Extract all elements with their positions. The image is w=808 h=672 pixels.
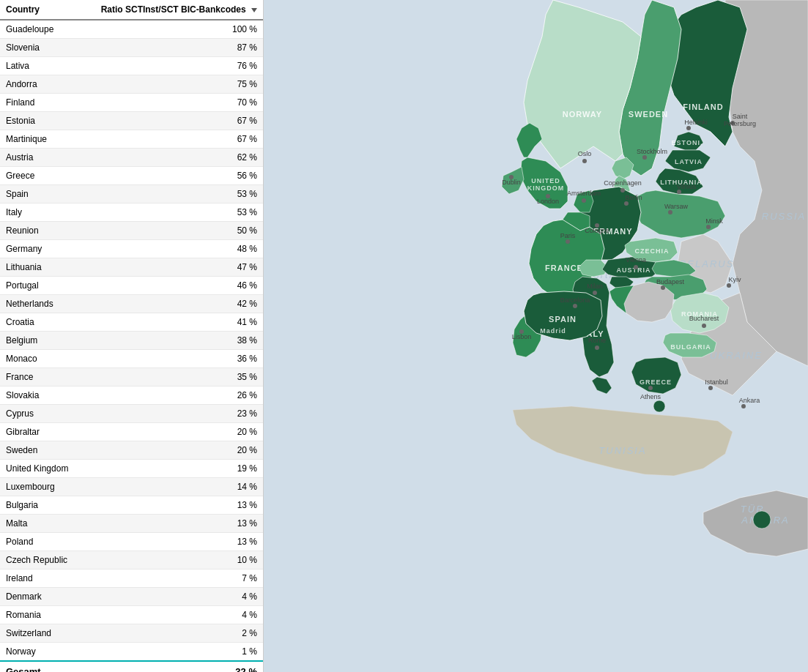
ratio-cell: 76 % bbox=[81, 57, 263, 75]
country-cell: Portugal bbox=[0, 277, 81, 295]
table-row[interactable]: Belgium38 % bbox=[0, 332, 263, 350]
country-cell: France bbox=[0, 368, 81, 387]
country-cell: Germany bbox=[0, 240, 81, 258]
data-table-panel[interactable]: Country Ratio SCTInst/SCT BIC-Bankcodes … bbox=[0, 0, 264, 672]
col-country[interactable]: Country bbox=[0, 0, 81, 20]
ratio-cell: 2 % bbox=[81, 624, 263, 643]
country-cell: Luxembourg bbox=[0, 478, 81, 496]
country-cell: Poland bbox=[0, 533, 81, 551]
table-row[interactable]: Czech Republic10 % bbox=[0, 551, 263, 570]
table-row[interactable]: Sweden20 % bbox=[0, 441, 263, 460]
table-row[interactable]: Slovenia87 % bbox=[0, 39, 263, 57]
cyprus-path bbox=[753, 511, 771, 529]
table-row[interactable]: United Kingdom19 % bbox=[0, 460, 263, 478]
ratio-cell: 13 % bbox=[81, 515, 263, 533]
col-ratio[interactable]: Ratio SCTInst/SCT BIC-Bankcodes bbox=[81, 0, 263, 20]
table-row[interactable]: Lithuania47 % bbox=[0, 258, 263, 277]
country-cell: Austria bbox=[0, 149, 81, 167]
minsk-dot bbox=[706, 225, 711, 229]
saint-petersburg-dot bbox=[730, 121, 735, 125]
ratio-cell: 53 % bbox=[81, 185, 263, 204]
rome-dot bbox=[595, 346, 599, 350]
country-cell: Greece bbox=[0, 167, 81, 185]
table-row[interactable]: Greece56 % bbox=[0, 167, 263, 185]
ratio-table: Country Ratio SCTInst/SCT BIC-Bankcodes … bbox=[0, 0, 263, 672]
table-row[interactable]: Slovakia26 % bbox=[0, 387, 263, 405]
table-row[interactable]: Martinique67 % bbox=[0, 130, 263, 149]
ratio-cell: 70 % bbox=[81, 94, 263, 112]
table-row[interactable]: Croatia41 % bbox=[0, 313, 263, 332]
country-cell: Andorra bbox=[0, 75, 81, 94]
ratio-cell: 20 % bbox=[81, 423, 263, 441]
ratio-cell: 13 % bbox=[81, 533, 263, 551]
country-cell: Netherlands bbox=[0, 295, 81, 313]
ratio-cell: 13 % bbox=[81, 496, 263, 515]
istanbul-dot bbox=[708, 386, 713, 390]
country-cell: United Kingdom bbox=[0, 460, 81, 478]
table-row[interactable]: France35 % bbox=[0, 368, 263, 387]
ratio-cell: 50 % bbox=[81, 222, 263, 240]
table-row[interactable]: Reunion50 % bbox=[0, 222, 263, 240]
table-row[interactable]: Austria62 % bbox=[0, 149, 263, 167]
table-row[interactable]: Malta13 % bbox=[0, 515, 263, 533]
london-dot bbox=[546, 194, 550, 198]
ratio-cell: 10 % bbox=[81, 551, 263, 570]
table-row[interactable]: Romania4 % bbox=[0, 606, 263, 624]
table-row[interactable]: Netherlands42 % bbox=[0, 295, 263, 313]
country-cell: Norway bbox=[0, 643, 81, 662]
ratio-cell: 20 % bbox=[81, 441, 263, 460]
table-row[interactable]: Poland13 % bbox=[0, 533, 263, 551]
table-row[interactable]: Ireland7 % bbox=[0, 570, 263, 588]
kyiv-dot bbox=[727, 283, 731, 288]
europe-map: Norwegian Sea North Sea RUSSIA UKRAINE B… bbox=[264, 0, 808, 672]
table-row[interactable]: Guadeloupe100 % bbox=[0, 20, 263, 39]
table-row[interactable]: Estonia67 % bbox=[0, 112, 263, 130]
ratio-cell: 41 % bbox=[81, 313, 263, 332]
country-cell: Martinique bbox=[0, 130, 81, 149]
ratio-cell: 46 % bbox=[81, 277, 263, 295]
country-cell: Malta bbox=[0, 515, 81, 533]
ratio-cell: 48 % bbox=[81, 240, 263, 258]
country-cell: Finland bbox=[0, 94, 81, 112]
cologne-dot bbox=[595, 223, 599, 228]
milan-dot bbox=[593, 291, 597, 295]
footer-label: Gesamt bbox=[0, 661, 81, 672]
table-row[interactable]: Italy53 % bbox=[0, 204, 263, 222]
ratio-cell: 62 % bbox=[81, 149, 263, 167]
paris-dot bbox=[566, 239, 570, 244]
country-cell: Spain bbox=[0, 185, 81, 204]
table-row[interactable]: Monaco36 % bbox=[0, 350, 263, 368]
ratio-cell: 14 % bbox=[81, 478, 263, 496]
warsaw-dot bbox=[668, 210, 672, 214]
country-cell: Lithuania bbox=[0, 258, 81, 277]
ratio-cell: 35 % bbox=[81, 368, 263, 387]
budapest-dot bbox=[661, 285, 665, 290]
table-row[interactable]: Bulgaria13 % bbox=[0, 496, 263, 515]
country-cell: Switzerland bbox=[0, 624, 81, 643]
table-row[interactable]: Andorra75 % bbox=[0, 75, 263, 94]
ratio-cell: 56 % bbox=[81, 167, 263, 185]
table-row[interactable]: Germany48 % bbox=[0, 240, 263, 258]
barcelona-dot bbox=[573, 304, 577, 308]
table-row[interactable]: Norway1 % bbox=[0, 643, 263, 662]
ratio-cell: 19 % bbox=[81, 460, 263, 478]
country-cell: Belgium bbox=[0, 332, 81, 350]
table-row[interactable]: Cyprus23 % bbox=[0, 405, 263, 423]
athens-dot bbox=[648, 386, 653, 390]
ankara-dot bbox=[741, 404, 746, 408]
table-row[interactable]: Gibraltar20 % bbox=[0, 423, 263, 441]
ratio-cell: 53 % bbox=[81, 204, 263, 222]
table-row[interactable]: Lativa76 % bbox=[0, 57, 263, 75]
table-row[interactable]: Finland70 % bbox=[0, 94, 263, 112]
country-cell: Denmark bbox=[0, 588, 81, 606]
table-row[interactable]: Luxembourg14 % bbox=[0, 478, 263, 496]
country-cell: Ireland bbox=[0, 570, 81, 588]
table-row[interactable]: Spain53 % bbox=[0, 185, 263, 204]
country-cell: Croatia bbox=[0, 313, 81, 332]
table-row[interactable]: Switzerland2 % bbox=[0, 624, 263, 643]
table-row[interactable]: Denmark4 % bbox=[0, 588, 263, 606]
ratio-cell: 87 % bbox=[81, 39, 263, 57]
table-row[interactable]: Portugal46 % bbox=[0, 277, 263, 295]
ratio-cell: 67 % bbox=[81, 112, 263, 130]
greece-island1 bbox=[653, 400, 665, 412]
